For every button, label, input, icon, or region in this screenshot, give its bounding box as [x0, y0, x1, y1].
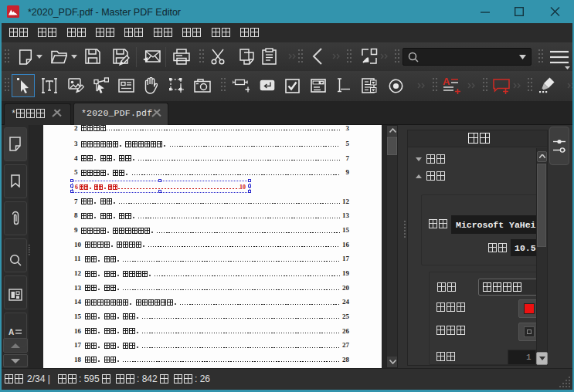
svg-text:A: A [443, 76, 450, 87]
svg-text:A: A [8, 328, 14, 336]
